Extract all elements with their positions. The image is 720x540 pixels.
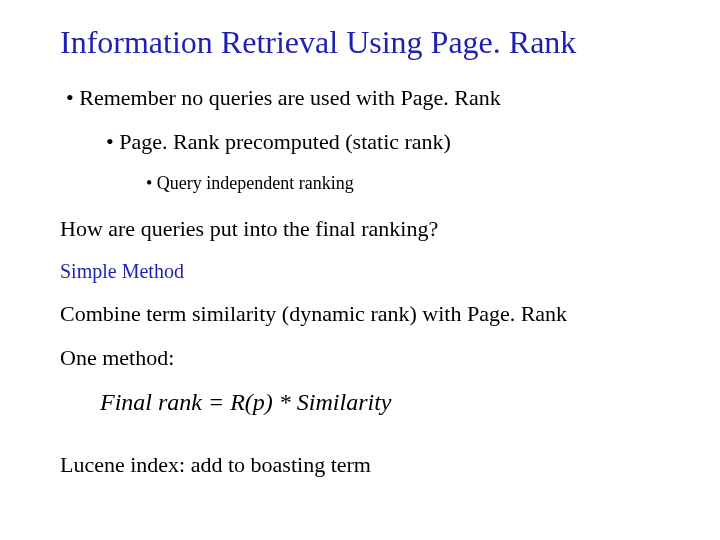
lucene-line: Lucene index: add to boasting term — [60, 452, 672, 478]
slide-title: Information Retrieval Using Page. Rank — [60, 24, 672, 61]
formula-line: Final rank = R(p) * Similarity — [60, 389, 672, 416]
bullet-level-1: • Remember no queries are used with Page… — [60, 85, 672, 111]
question-line: How are queries put into the final ranki… — [60, 216, 672, 242]
one-method-label: One method: — [60, 345, 672, 371]
bullet-level-2: • Page. Rank precomputed (static rank) — [60, 129, 672, 155]
bullet-level-3: • Query independent ranking — [60, 173, 672, 194]
combine-line: Combine term similarity (dynamic rank) w… — [60, 301, 672, 327]
simple-method-heading: Simple Method — [60, 260, 672, 283]
